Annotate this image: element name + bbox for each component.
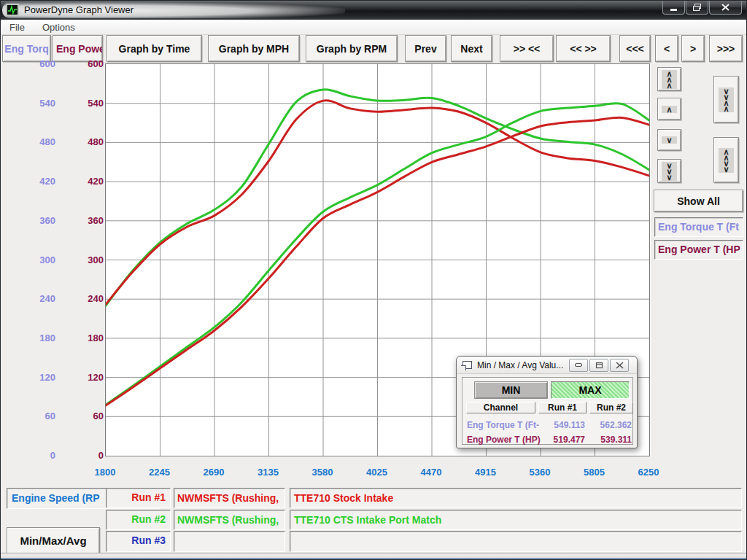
run3-name-box — [174, 531, 285, 552]
y-tick-120: 120 — [21, 372, 55, 383]
x-tick-3135: 3135 — [245, 467, 292, 478]
triple-chevron-down-icon: ∨ ∨ ∨ — [662, 162, 676, 181]
y-tick-0: 0 — [21, 450, 55, 461]
minmax-body: MIN MAX Channel Run #1 Run #2 Eng Torque… — [462, 377, 633, 445]
close-button[interactable] — [709, 1, 742, 15]
menu-options[interactable]: Options — [34, 22, 84, 33]
minmax-values-window[interactable]: Min / Max / Avg Valu... MIN MAX Channel … — [456, 356, 638, 448]
next-button[interactable]: Next — [451, 35, 492, 62]
window-title: PowerDyne Graph Viewer — [24, 4, 133, 15]
minmax-power-run2: 539.311 — [588, 435, 632, 445]
power-axis-ticks: 060120180240300360420480540600 — [69, 63, 104, 456]
triple-chevron-up-icon: ∧ ∧ ∧ — [662, 70, 676, 89]
minmax-torque-channel: Eng Torque T (Ft- — [467, 420, 539, 430]
minmax-torque-run1: 549.113 — [538, 420, 585, 430]
minimize-button[interactable] — [662, 1, 685, 15]
x-tick-6250: 6250 — [625, 467, 672, 478]
minmax-window-icon — [462, 361, 472, 369]
channel-column-header: Channel — [466, 402, 535, 413]
scroll-up-fast-button[interactable]: ∧ ∧ ∧ — [657, 67, 681, 91]
menu-file[interactable]: File — [1, 22, 34, 33]
scroll-left-button[interactable]: < — [655, 35, 678, 62]
x-tick-4915: 4915 — [462, 467, 509, 478]
minmax-window-title: Min / Max / Avg Valu... — [477, 360, 563, 370]
y-tick-600: 600 — [21, 58, 55, 69]
minmax-restore-button[interactable] — [589, 359, 608, 372]
graph-by-mph-button[interactable]: Graph by MPH — [208, 35, 300, 62]
zoom-in-x-button[interactable]: >> << — [500, 35, 554, 62]
scroll-up-button[interactable]: ∧ — [657, 98, 681, 120]
maximize-button[interactable] — [686, 1, 708, 15]
run2-name-box: NWMSFTS (Rushing, — [174, 510, 285, 530]
app-icon — [6, 4, 19, 16]
status-bar — [1, 553, 747, 559]
y-tick-240: 240 — [69, 293, 104, 304]
run1-desc-box: TTE710 Stock Intake — [290, 488, 742, 508]
run2-label-box: Run #2 — [106, 510, 171, 530]
run1-label-box: Run #1 — [106, 488, 171, 508]
torque-axis-ticks: 060120180240300360420480540600 — [21, 63, 55, 456]
minmax-torque-run2: 562.362 — [588, 420, 632, 430]
graph-by-rpm-button[interactable]: Graph by RPM — [306, 35, 398, 62]
show-all-button[interactable]: Show All — [654, 190, 743, 212]
minmax-title-bar[interactable]: Min / Max / Avg Valu... — [457, 357, 637, 374]
minmaxavg-button[interactable]: Min/Max/Avg — [7, 527, 100, 554]
y-tick-120: 120 — [69, 372, 104, 383]
chevron-down-icon: ∨ — [662, 136, 676, 144]
scroll-far-left-button[interactable]: <<< — [619, 35, 651, 62]
close-icon — [721, 4, 729, 11]
zoom-out-x-button[interactable]: << >> — [556, 35, 611, 62]
torque-channel-label: Eng Torque T (Ft — [654, 217, 743, 237]
x-tick-1800: 1800 — [82, 467, 128, 478]
menu-bar: File Options — [1, 20, 747, 35]
x-tick-2690: 2690 — [190, 467, 237, 478]
y-tick-360: 360 — [21, 215, 55, 226]
y-tick-420: 420 — [69, 176, 104, 187]
minimize-icon — [574, 362, 583, 368]
chevrons-diverge-icon: ∧ ∧ ∨ ∨ — [719, 148, 733, 173]
graph-by-time-button[interactable]: Graph by Time — [107, 35, 202, 62]
y-tick-420: 420 — [21, 176, 55, 187]
expand-scale-button[interactable]: ∧ ∧ ∨ ∨ — [713, 137, 739, 183]
rpm-axis-ticks: 1800224526903135358040254470491553605805… — [105, 467, 650, 480]
waveform-icon — [7, 5, 18, 15]
x-tick-4470: 4470 — [408, 467, 454, 478]
run1-name-box: NWMSFTS (Rushing, — [174, 488, 285, 508]
minmax-close-button[interactable] — [610, 359, 629, 372]
run2-desc-box: TTE710 CTS Intake Port Match — [290, 510, 742, 530]
title-bar[interactable]: PowerDyne Graph Viewer — [1, 1, 747, 20]
run1-column-header: Run #1 — [538, 402, 587, 413]
power-channel-label: Eng Power T (HP — [654, 240, 743, 260]
x-tick-5805: 5805 — [571, 467, 618, 478]
prev-button[interactable]: Prev — [405, 35, 446, 62]
x-tick-5360: 5360 — [516, 467, 563, 478]
y-tick-540: 540 — [21, 98, 55, 109]
y-tick-300: 300 — [69, 254, 104, 265]
x-tick-4025: 4025 — [354, 467, 400, 478]
y-tick-360: 360 — [69, 215, 104, 226]
y-tick-180: 180 — [69, 332, 104, 343]
maximize-icon — [693, 4, 701, 11]
app-window: PowerDyne Graph Viewer File Options — [0, 0, 747, 560]
run2-column-header: Run #2 — [589, 402, 633, 413]
y-tick-0: 0 — [69, 450, 104, 461]
y-tick-300: 300 — [21, 254, 55, 265]
run3-desc-box — [290, 531, 742, 552]
minmax-minimize-button[interactable] — [569, 359, 588, 372]
scroll-right-button[interactable]: > — [681, 35, 705, 62]
chevron-up-icon: ∧ — [662, 106, 676, 113]
scroll-down-fast-button[interactable]: ∨ ∨ ∨ — [657, 159, 681, 183]
max-toggle-button[interactable]: MAX — [551, 381, 630, 399]
y-tick-480: 480 — [69, 136, 104, 147]
restore-icon — [595, 362, 603, 369]
run3-label-box: Run #3 — [106, 531, 171, 552]
min-toggle-button[interactable]: MIN — [474, 381, 548, 399]
y-tick-240: 240 — [21, 293, 55, 304]
scroll-far-right-button[interactable]: >>> — [709, 35, 743, 62]
x-tick-2245: 2245 — [136, 467, 183, 478]
y-tick-480: 480 — [21, 136, 55, 147]
collapse-scale-button[interactable]: ∨ ∨ ∧ ∧ — [713, 76, 739, 123]
y-tick-180: 180 — [21, 332, 55, 343]
minmax-power-run1: 519.477 — [538, 435, 585, 445]
scroll-down-button[interactable]: ∨ — [657, 129, 681, 151]
